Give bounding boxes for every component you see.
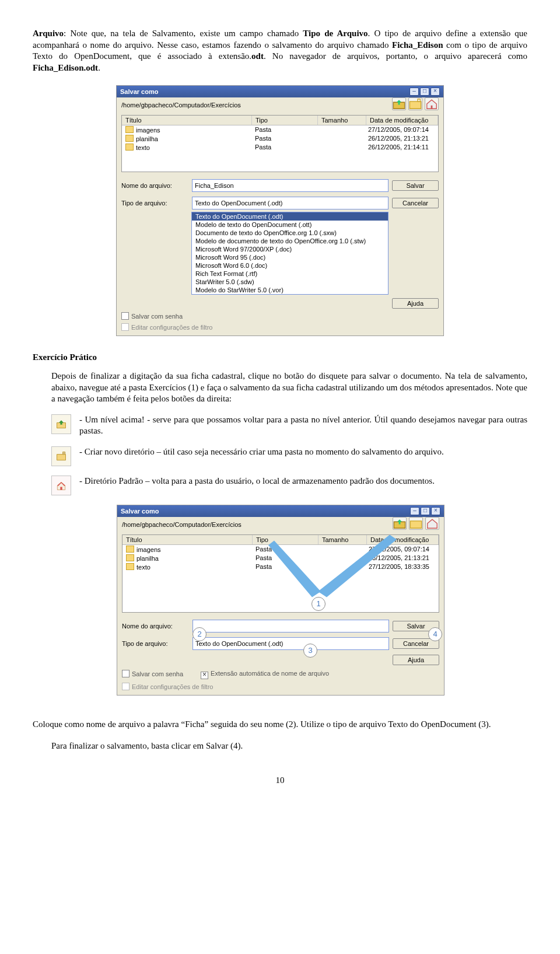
dropdown-option[interactable]: Modelo de documento de texto do OpenOffi…: [192, 237, 388, 245]
col-title[interactable]: Título: [123, 535, 253, 544]
list-item[interactable]: texto Pasta 26/12/2005, 21:14:11: [122, 143, 438, 152]
window-buttons: – □ ×: [410, 507, 440, 515]
new-folder-icon: [51, 446, 71, 466]
save-dialog-2: Salvar como – □ × /home/gbpacheco/Comput…: [117, 505, 444, 696]
home-icon[interactable]: [425, 97, 439, 110]
col-date[interactable]: Data de modificação: [367, 535, 439, 544]
page-number: 10: [33, 775, 527, 785]
edit-filter-checkbox: Editar configurações de filtro: [121, 323, 212, 331]
col-size[interactable]: Tamanho: [318, 116, 366, 125]
level-up-icon[interactable]: [393, 517, 407, 530]
help-button[interactable]: Ajuda: [392, 298, 439, 309]
folder-icon: [125, 126, 134, 133]
paragraph-exercise: Depois de finalizar a digitação da sua f…: [51, 371, 527, 405]
dropdown-option[interactable]: StarWriter 5.0 (.sdw): [192, 278, 388, 286]
level-up-icon[interactable]: [392, 97, 406, 110]
maximize-icon[interactable]: □: [421, 507, 430, 515]
auto-ext-checkbox[interactable]: Extensão automática de nome de arquivo: [201, 670, 329, 679]
folder-icon: [125, 144, 134, 151]
filetype-label: Tipo de arquivo:: [121, 200, 188, 207]
dropdown-option[interactable]: Microsoft Word 97/2000/XP (.doc): [192, 245, 388, 253]
col-type[interactable]: Tipo: [253, 535, 318, 544]
new-folder-icon[interactable]: [408, 97, 422, 110]
folder-icon: [126, 554, 134, 561]
dialog-titlebar: Salvar como – □ ×: [117, 505, 444, 517]
em-arquivo: Arquivo: [33, 29, 64, 38]
folder-icon: [125, 135, 134, 142]
section-title: Exercício Prático: [33, 352, 527, 362]
save-password-checkbox[interactable]: Salvar com senha: [122, 670, 183, 679]
callout-2: 2: [192, 627, 206, 641]
callout-4: 4: [428, 627, 442, 641]
cancel-button[interactable]: Cancelar: [392, 198, 439, 208]
dialog-title: Salvar como: [121, 508, 159, 515]
save-button[interactable]: Salvar: [392, 180, 439, 191]
help-button[interactable]: Ajuda: [393, 655, 439, 665]
edit-filter-checkbox: Editar configurações de filtro: [122, 683, 213, 690]
col-title[interactable]: Título: [122, 116, 252, 125]
folder-icon: [126, 546, 134, 553]
dropdown-option[interactable]: Modelo do StarWriter 5.0 (.vor): [192, 286, 388, 294]
close-icon[interactable]: ×: [430, 88, 440, 96]
file-list[interactable]: Título Tipo Tamanho Data de modificação …: [121, 115, 439, 172]
col-date[interactable]: Data de modificação: [366, 116, 438, 125]
dialog-titlebar: Salvar como – □ ×: [117, 86, 443, 97]
dropdown-option[interactable]: Rich Text Format (.rtf): [192, 270, 388, 278]
list-item[interactable]: imagens Pasta 27/12/2005, 09:07:14: [123, 545, 439, 554]
folder-icon: [126, 563, 134, 570]
callout-1: 1: [312, 597, 326, 611]
maximize-icon[interactable]: □: [420, 88, 429, 96]
level-up-icon: [51, 414, 71, 434]
paragraph-save-instr: Para finalizar o salvamento, basta clica…: [51, 740, 527, 752]
callout-3: 3: [303, 644, 317, 658]
paragraph-name-instr: Coloque como nome de arquivo a palavra “…: [33, 719, 527, 731]
save-password-checkbox[interactable]: Salvar com senha: [121, 312, 183, 320]
file-list[interactable]: Título Tipo Tamanho Data de modificação …: [122, 534, 439, 613]
dropdown-option[interactable]: Texto do OpenDocument (.odt): [192, 212, 388, 221]
filename-input[interactable]: Ficha_Edison: [192, 179, 388, 192]
dropdown-option[interactable]: Microsoft Word 95 (.doc): [192, 253, 388, 261]
minimize-icon[interactable]: –: [410, 507, 419, 515]
home-description: - Diretório Padrão – volta para a pasta …: [79, 476, 527, 487]
col-type[interactable]: Tipo: [252, 116, 318, 125]
home-icon[interactable]: [425, 517, 439, 530]
new-folder-description: - Criar novo diretório – útil caso seja …: [79, 446, 527, 458]
filename-input[interactable]: [192, 620, 389, 632]
filename-label: Nome do arquivo:: [121, 182, 188, 189]
filetype-select[interactable]: Texto do OpenDocument (.odt): [192, 637, 389, 650]
filetype-select[interactable]: Texto do OpenDocument (.odt): [192, 197, 388, 209]
home-icon: [51, 476, 71, 495]
dialog-title: Salvar como: [120, 88, 158, 95]
dropdown-option[interactable]: Modelo de texto do OpenDocument (.ott): [192, 221, 388, 229]
paragraph-intro: Arquivo: Note que, na tela de Salvamento…: [33, 28, 527, 74]
list-item[interactable]: texto Pasta 27/12/2005, 18:33:35: [123, 562, 439, 571]
path-field: /home/gbpacheco/Computador/Exercícios: [117, 99, 246, 111]
path-field: /home/gbpacheco/Computador/Exercícios: [117, 519, 246, 530]
level-up-description: - Um nível acima! - serve para que possa…: [79, 414, 527, 437]
filename-label: Nome do arquivo:: [122, 623, 189, 630]
filetype-dropdown-list[interactable]: Texto do OpenDocument (.odt) Modelo de t…: [191, 212, 388, 295]
list-item[interactable]: planilha Pasta 26/12/2005, 21:13:21: [122, 134, 438, 143]
col-size[interactable]: Tamanho: [318, 535, 367, 544]
save-dialog-1: Salvar como – □ × /home/gbpacheco/Comput…: [116, 85, 444, 336]
minimize-icon[interactable]: –: [410, 88, 419, 96]
dropdown-option[interactable]: Documento de texto do OpenOffice.org 1.0…: [192, 229, 388, 237]
new-folder-icon[interactable]: [409, 517, 423, 530]
list-item[interactable]: imagens Pasta 27/12/2005, 09:07:14: [122, 125, 438, 134]
dropdown-option[interactable]: Microsoft Word 6.0 (.doc): [192, 261, 388, 270]
window-buttons: – □ ×: [410, 88, 440, 96]
list-item[interactable]: planilha Pasta 26/12/2005, 21:13:21: [123, 554, 439, 562]
filetype-label: Tipo de arquivo:: [122, 640, 189, 647]
close-icon[interactable]: ×: [431, 507, 440, 515]
